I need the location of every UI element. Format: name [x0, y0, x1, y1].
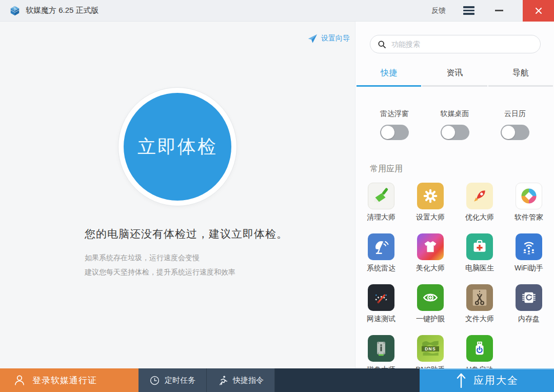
- app-label: 清理大师: [367, 213, 395, 222]
- app-label: 文件大师: [465, 315, 494, 324]
- hamburger-menu-icon[interactable]: [463, 6, 474, 15]
- memory-chip-icon: [516, 284, 542, 311]
- pinwheel-icon: [516, 183, 542, 209]
- app-cleanup-master[interactable]: 清理大师: [357, 183, 406, 222]
- quick-toggles: 雷达浮窗 软媒桌面 云日历: [355, 109, 554, 140]
- checkup-circle: 立即体检: [124, 93, 231, 201]
- setup-wizard-link[interactable]: 设置向导: [307, 33, 350, 44]
- wifi-icon: [516, 233, 542, 260]
- toggle-label: 雷达浮窗: [380, 109, 409, 119]
- ruanmei-desktop-switch[interactable]: [441, 125, 469, 140]
- app-dns-assistant[interactable]: DNS DNS助手: [406, 335, 455, 368]
- checkup-button[interactable]: 立即体检: [118, 87, 237, 206]
- app-label: 电脑医生: [465, 264, 494, 273]
- speedometer-icon: [368, 284, 394, 311]
- login-button[interactable]: 登录软媒通行证: [0, 368, 138, 392]
- app-software-manager[interactable]: 软件管家: [504, 183, 553, 222]
- clock-icon: [149, 375, 160, 386]
- runner-icon: [217, 375, 228, 386]
- app-label: 美化大师: [416, 264, 445, 273]
- search-input[interactable]: [391, 40, 533, 48]
- tab-shortcuts[interactable]: 快捷: [357, 64, 421, 87]
- app-disk-master[interactable]: 磁盘大师: [357, 335, 406, 368]
- app-speed-test[interactable]: 网速测试: [357, 284, 406, 324]
- toggle-label: 云日历: [504, 109, 526, 119]
- login-label: 登录软媒通行证: [32, 375, 97, 386]
- minimize-button[interactable]: [495, 10, 503, 11]
- quick-commands-button[interactable]: 快捷指令: [207, 368, 275, 392]
- app-file-master[interactable]: 文件大师: [455, 284, 504, 324]
- radar-float-switch[interactable]: [380, 125, 409, 140]
- app-settings-master[interactable]: 设置大师: [406, 183, 455, 222]
- panel-tabs: 快捷 资讯 导航: [355, 64, 554, 87]
- app-store-button[interactable]: 应用大全: [420, 368, 554, 392]
- switch-knob: [502, 126, 515, 139]
- checkup-headline: 您的电脑还没有体检过，建议立即体检。: [85, 227, 288, 241]
- hard-disk-icon: [368, 335, 394, 362]
- app-label: 一键护眼: [416, 315, 445, 324]
- toggle-radar-float: 雷达浮窗: [369, 109, 420, 140]
- main-area: 设置向导 立即体检 您的电脑还没有体检过，建议立即体检。 如果系统存在垃圾，运行…: [0, 22, 355, 368]
- app-window: 软媒魔方 6.25 正式版 反馈 设置向导: [0, 0, 554, 392]
- app-grid: 清理大师: [357, 183, 554, 368]
- scheduled-tasks-label: 定时任务: [165, 376, 195, 385]
- close-button[interactable]: [523, 0, 554, 22]
- app-label: 设置大师: [416, 213, 445, 222]
- person-icon: [13, 374, 26, 386]
- dns-icon-text: DNS: [425, 346, 436, 351]
- search-icon: [378, 40, 386, 49]
- switch-knob: [442, 126, 455, 139]
- checkup-tips: 如果系统存在垃圾，运行速度会变慢 建议您每天坚持体检，提升系统运行速度和效率: [85, 250, 235, 279]
- app-eye-protection[interactable]: 一键护眼: [406, 284, 455, 324]
- dns-icon: DNS: [417, 335, 444, 362]
- app-ram-disk[interactable]: 内存盘: [504, 284, 553, 324]
- paper-plane-icon: [307, 33, 318, 44]
- eye-icon: [417, 284, 444, 311]
- medkit-icon: [466, 233, 493, 260]
- app-label: 软件管家: [515, 213, 543, 222]
- tab-navigation[interactable]: 导航: [488, 64, 553, 87]
- rocket-icon: [466, 183, 493, 209]
- app-usb-boot[interactable]: U盘启动: [455, 335, 504, 368]
- tab-news[interactable]: 资讯: [422, 64, 487, 87]
- toggle-label: 软媒桌面: [441, 109, 469, 119]
- app-label: 系统雷达: [367, 264, 395, 273]
- app-pc-doctor[interactable]: 电脑医生: [455, 233, 504, 273]
- scissors-icon: [466, 284, 493, 311]
- app-label: 网速测试: [367, 315, 395, 324]
- cloud-calendar-switch[interactable]: [501, 125, 529, 140]
- quick-commands-label: 快捷指令: [233, 376, 264, 385]
- radar-icon: [368, 233, 394, 260]
- content-area: 设置向导 立即体检 您的电脑还没有体检过，建议立即体检。 如果系统存在垃圾，运行…: [0, 22, 554, 368]
- titlebar-controls: 反馈: [431, 0, 554, 21]
- app-wifi-assistant[interactable]: WiFi助手: [504, 233, 553, 273]
- checkup-button-label: 立即体检: [137, 134, 217, 160]
- tip-line: 如果系统存在垃圾，运行速度会变慢: [85, 250, 235, 265]
- tshirt-icon: [417, 233, 444, 260]
- bottom-bar: 登录软媒通行证 定时任务 快捷指令 应用大全: [0, 368, 554, 392]
- scheduled-tasks-button[interactable]: 定时任务: [138, 368, 207, 392]
- feedback-button[interactable]: 反馈: [431, 6, 446, 15]
- app-title: 软媒魔方 6.25 正式版: [26, 6, 99, 15]
- app-beautify-master[interactable]: 美化大师: [406, 233, 455, 273]
- up-arrow-icon: [455, 373, 467, 388]
- app-label: 内存盘: [518, 315, 540, 324]
- tip-line: 建议您每天坚持体检，提升系统运行速度和效率: [85, 265, 235, 279]
- switch-knob: [381, 126, 394, 139]
- app-label: 优化大师: [465, 213, 494, 222]
- search-box[interactable]: [370, 35, 541, 53]
- toggle-cloud-calendar: 云日历: [489, 109, 541, 140]
- toggle-ruanmei-desktop: 软媒桌面: [429, 109, 481, 140]
- usb-boot-icon: [466, 335, 493, 362]
- app-system-radar[interactable]: 系统雷达: [357, 233, 406, 273]
- app-logo-cube-icon: [9, 5, 21, 16]
- title-bar: 软媒魔方 6.25 正式版 反馈: [0, 0, 554, 22]
- bottom-bar-spacer: [275, 368, 420, 392]
- close-icon: [535, 7, 543, 15]
- section-title-common-apps: 常用应用: [370, 164, 554, 174]
- app-optimize-master[interactable]: 优化大师: [455, 183, 504, 222]
- app-store-label: 应用大全: [473, 374, 519, 387]
- broom-icon: [368, 183, 394, 209]
- app-label: WiFi助手: [515, 264, 543, 273]
- gear-icon: [417, 183, 444, 209]
